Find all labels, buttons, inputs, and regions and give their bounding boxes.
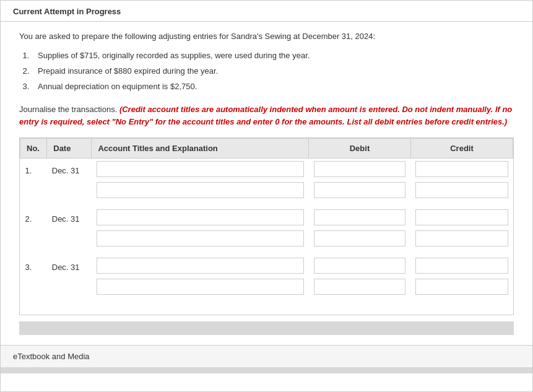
entry-no-1: 1. — [20, 159, 47, 180]
spacer-row — [20, 201, 513, 207]
account-input-3b[interactable] — [97, 279, 304, 295]
col-credit: Credit — [410, 139, 513, 159]
entry-debit-1b — [309, 180, 411, 201]
spacer-row — [20, 249, 513, 255]
list-item: Annual depreciation on equipment is $2,7… — [32, 82, 514, 91]
etextbook-label: eTextbook and Media — [13, 352, 90, 361]
credit-input-1b[interactable] — [415, 182, 508, 198]
instructions-prefix: Journalise the transactions. — [19, 105, 119, 114]
entry-account-2b — [92, 228, 309, 249]
credit-input-3a[interactable] — [415, 258, 508, 274]
col-debit: Debit — [309, 139, 411, 159]
entry-date-1b — [47, 180, 92, 201]
entry-credit-2a — [410, 207, 513, 228]
debit-input-2a[interactable] — [314, 209, 406, 225]
account-input-3a[interactable] — [97, 258, 304, 274]
account-input-1a[interactable] — [97, 161, 304, 177]
credit-input-2a[interactable] — [415, 209, 508, 225]
entry-debit-2a — [309, 207, 411, 228]
entry-account-1a — [92, 159, 309, 180]
entry-credit-1b — [410, 180, 513, 201]
table-header-row: No. Date Account Titles and Explanation … — [20, 139, 513, 159]
account-input-2b[interactable] — [97, 230, 304, 246]
table-row: 1. Dec. 31 — [20, 159, 513, 180]
entry-no-2: 2. — [20, 207, 47, 228]
content-section: You are asked to prepare the following a… — [1, 22, 532, 345]
entry-no-3: 3. — [20, 255, 47, 276]
footer-bar — [19, 321, 514, 335]
entry-credit-3b — [410, 276, 513, 297]
account-input-2a[interactable] — [97, 209, 304, 225]
debit-input-1a[interactable] — [314, 161, 406, 177]
entry-debit-3a — [309, 255, 411, 276]
entry-date-1: Dec. 31 — [47, 159, 92, 180]
page-title: Current Attempt in Progress — [13, 7, 121, 16]
bottom-bar — [1, 367, 532, 373]
debit-input-2b[interactable] — [314, 230, 406, 246]
journal-table-wrapper: No. Date Account Titles and Explanation … — [19, 137, 514, 315]
table-row: 3. Dec. 31 — [20, 255, 513, 276]
entry-no-1b — [20, 180, 47, 201]
col-date: Date — [47, 139, 92, 159]
entry-date-2: Dec. 31 — [47, 207, 92, 228]
entry-account-3b — [92, 276, 309, 297]
col-account: Account Titles and Explanation — [92, 139, 309, 159]
entry-debit-2b — [309, 228, 411, 249]
intro-text: You are asked to prepare the following a… — [19, 32, 514, 41]
account-input-1b[interactable] — [97, 182, 304, 198]
credit-input-3b[interactable] — [415, 279, 508, 295]
table-row — [20, 180, 513, 201]
entry-account-1b — [92, 180, 309, 201]
bottom-spacer-row — [20, 297, 513, 302]
credit-input-1a[interactable] — [415, 161, 508, 177]
entry-date-3: Dec. 31 — [47, 255, 92, 276]
instructions-text: Journalise the transactions. (Credit acc… — [19, 103, 514, 128]
col-no: No. — [20, 139, 47, 159]
debit-input-1b[interactable] — [314, 182, 406, 198]
list-item: Prepaid insurance of $880 expired during… — [32, 66, 514, 76]
header-section: Current Attempt in Progress — [1, 1, 532, 22]
credit-input-2b[interactable] — [415, 230, 508, 246]
entry-no-2b — [20, 228, 47, 249]
etextbook-section[interactable]: eTextbook and Media — [1, 345, 532, 367]
entry-date-2b — [47, 228, 92, 249]
entry-debit-3b — [309, 276, 411, 297]
debit-input-3b[interactable] — [314, 279, 406, 295]
list-item: Supplies of $715, originally recorded as… — [32, 51, 514, 60]
entry-account-3a — [92, 255, 309, 276]
table-row: 2. Dec. 31 — [20, 207, 513, 228]
entry-date-3b — [47, 276, 92, 297]
debit-input-3a[interactable] — [314, 258, 406, 274]
page-container: Current Attempt in Progress You are aske… — [0, 0, 533, 392]
entry-credit-3a — [410, 255, 513, 276]
table-row — [20, 276, 513, 297]
table-row — [20, 228, 513, 249]
journal-table: No. Date Account Titles and Explanation … — [20, 138, 513, 302]
entry-credit-2b — [410, 228, 513, 249]
entry-account-2a — [92, 207, 309, 228]
numbered-list: Supplies of $715, originally recorded as… — [32, 51, 514, 91]
entry-credit-1a — [410, 159, 513, 180]
entry-no-3b — [20, 276, 47, 297]
entry-debit-1a — [309, 159, 411, 180]
